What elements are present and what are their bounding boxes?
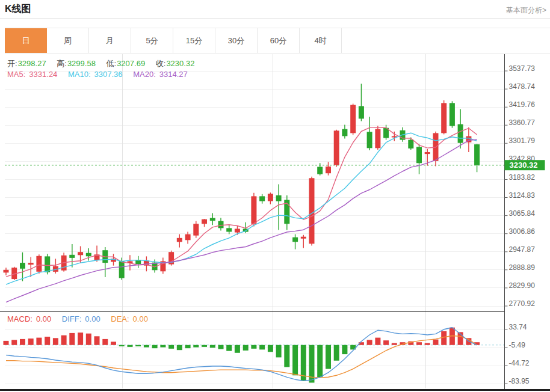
page-title: K线图 [5,3,31,16]
ma10-value: 3307.36 [94,70,123,79]
svg-text:-83.95: -83.95 [509,377,530,385]
close-value: 3230.32 [166,59,194,68]
svg-text:3230.32: 3230.32 [510,161,538,170]
svg-text:3360.77: 3360.77 [509,118,536,127]
svg-text:2770.92: 2770.92 [509,299,536,308]
tab-30min[interactable]: 30分 [215,28,258,53]
tab-60min[interactable]: 60分 [258,28,300,53]
ma5-value: 3331.24 [29,70,57,79]
high-label: 高: [57,59,67,68]
svg-text:3124.83: 3124.83 [509,191,536,200]
svg-text:3537.73: 3537.73 [509,64,536,73]
tab-month[interactable]: 月 [89,28,131,53]
diff-value: 0.00 [85,314,100,323]
svg-text:3419.76: 3419.76 [509,100,536,109]
macd-label: MACD: [7,314,32,323]
svg-text:3478.74: 3478.74 [509,82,536,91]
dea-label: DEA: [111,314,129,323]
svg-text:-5.49: -5.49 [509,341,526,349]
svg-text:2947.87: 2947.87 [509,245,536,254]
svg-text:2829.90: 2829.90 [509,281,536,290]
ma-legend: MA5:3331.24 MA10:3307.36 MA20:3314.27 [7,70,196,79]
ohlc-legend: 开:3298.27 高:3299.58 低:3207.69 收:3230.32 [7,58,203,69]
kline-page: K线图 基本面分析> 日 周 月 5分 15分 30分 60分 4时 开:329… [0,0,550,392]
diff-label: DIFF: [62,314,82,323]
svg-text:3065.84: 3065.84 [509,209,536,218]
period-tabbar: 日 周 月 5分 15分 30分 60分 4时 [5,28,550,54]
tab-5min[interactable]: 5分 [131,28,173,53]
tab-day[interactable]: 日 [5,28,47,53]
macd-value: 0.00 [36,314,51,323]
open-label: 开: [7,59,17,68]
ma5-label: MA5: [7,70,25,79]
svg-text:3006.86: 3006.86 [509,227,536,236]
ma10-label: MA10: [68,70,91,79]
high-value: 3299.58 [67,59,96,68]
tab-4hour[interactable]: 4时 [300,28,342,53]
tab-week[interactable]: 周 [47,28,89,53]
open-value: 3298.27 [18,59,46,68]
ma20-value: 3314.27 [159,70,188,79]
svg-text:33.74: 33.74 [509,323,527,331]
tab-15min[interactable]: 15分 [173,28,215,53]
fundamental-analysis-link[interactable]: 基本面分析> [506,5,546,16]
svg-text:-44.72: -44.72 [509,359,530,367]
svg-text:2888.89: 2888.89 [509,263,536,272]
svg-text:3301.79: 3301.79 [509,136,536,145]
ma20-label: MA20: [133,70,156,79]
close-label: 收: [156,59,166,68]
macd-legend: MACD:0.00 DIFF:0.00 DEA:0.00 [7,314,156,323]
low-value: 3207.69 [117,59,145,68]
low-label: 低: [107,59,117,68]
svg-text:3183.82: 3183.82 [509,173,536,182]
dea-value: 0.00 [133,314,148,323]
